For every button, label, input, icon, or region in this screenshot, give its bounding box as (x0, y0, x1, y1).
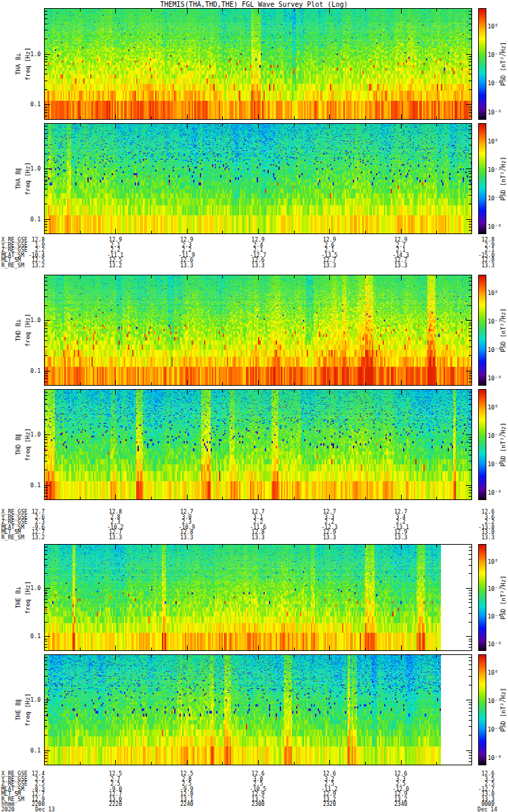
spectrogram-thd-bpar (44, 389, 472, 500)
colorbar-axis-label-the-bperp: PSD [nT²/Hz] (500, 544, 507, 651)
freq-tick-label: 1.0 (23, 585, 41, 591)
ephemeris-value: 13.3 (165, 263, 209, 269)
colorbar-axis-label-the-bpar: PSD [nT²/Hz] (500, 654, 507, 765)
ephemeris-value: 13.2 (93, 263, 137, 269)
freq-tick-label: 0.1 (23, 368, 41, 374)
time-tick-label: 2340 (379, 802, 423, 807)
time-axis-year-label: 2020 (1, 807, 28, 812)
spectrogram-thd-bperp (44, 275, 472, 386)
freq-tick-label: 0.1 (23, 633, 41, 639)
freq-tick-label: 0.1 (23, 217, 41, 223)
ephemeris-value: 13.3 (465, 535, 494, 541)
colorbar-tha-bpar (478, 123, 486, 234)
ephemeris-value: 13.3 (165, 535, 209, 541)
panel-label-the-bpar: THE B∥ (14, 654, 23, 765)
ephemeris-value: 13.3 (236, 535, 280, 541)
freq-tick-label: 0.1 (23, 748, 41, 754)
ephemeris-value: 13.3 (307, 263, 352, 269)
colorbar-axis-label-tha-bperp: PSD [nT²/Hz] (500, 8, 507, 120)
ephemeris-value: 13.3 (236, 263, 280, 269)
panel-label-tha-bperp: THA B⊥ (14, 8, 23, 120)
spectrogram-tha-bperp (44, 8, 472, 120)
panel-label-tha-bpar: THA B∥ (14, 123, 23, 234)
colorbar-thd-bpar (478, 389, 486, 500)
colorbar-axis-label-thd-bpar: PSD [nT²/Hz] (500, 389, 507, 500)
panel-label-thd-bperp: THD B⊥ (14, 275, 23, 386)
freq-tick-label: 1.0 (23, 432, 41, 438)
ephemeris-value: 13.3 (379, 263, 423, 269)
colorbar-the-bperp (478, 544, 486, 651)
time-tick-label: 2320 (307, 802, 352, 807)
freq-tick-label: 1.0 (23, 166, 41, 172)
panel-label-the-bperp: THE B⊥ (14, 544, 23, 651)
spectrogram-the-bperp (44, 544, 472, 651)
freq-tick-label: 1.0 (23, 317, 41, 323)
ephemeris-value: 13.3 (379, 535, 423, 541)
colorbar-axis-label-tha-bpar: PSD [nT²/Hz] (500, 123, 507, 234)
plot-title: THEMIS(THA,THD,THE) FGL Wave Survey Plot… (0, 1, 508, 8)
time-tick-label: 2240 (165, 802, 209, 807)
ephemeris-value: 13.3 (465, 263, 494, 269)
freq-tick-label: 0.1 (23, 482, 41, 489)
freq-tick-label: 0.1 (23, 102, 41, 108)
spectrogram-the-bpar (44, 654, 472, 765)
colorbar-the-bpar (478, 654, 486, 765)
ephemeris-value: 13.3 (93, 535, 137, 541)
ephemeris-value: 13.3 (307, 535, 352, 541)
time-tick-label: 2220 (93, 802, 137, 807)
date-label-end: Dec 14 (467, 807, 497, 812)
date-label-start: Dec 13 (35, 807, 69, 812)
freq-tick-label: 1.0 (23, 51, 41, 58)
spectrogram-tha-bpar (44, 123, 472, 234)
panel-label-thd-bpar: THD B∥ (14, 389, 23, 500)
freq-tick-label: 1.0 (23, 697, 41, 703)
colorbar-thd-bperp (478, 275, 486, 386)
time-tick-label: 2300 (236, 802, 280, 807)
wave-survey-plot-page: THEMIS(THA,THD,THE) FGL Wave Survey Plot… (0, 0, 508, 812)
ephemeris-value: 13.2 (15, 263, 45, 269)
colorbar-axis-label-thd-bperp: PSD [nT²/Hz] (500, 275, 507, 386)
ephemeris-value: 13.2 (15, 535, 45, 541)
colorbar-tha-bperp (478, 8, 486, 120)
